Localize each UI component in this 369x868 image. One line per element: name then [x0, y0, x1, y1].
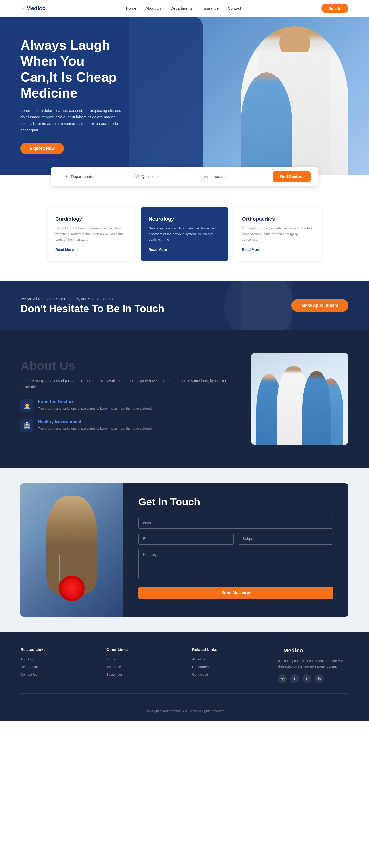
subject-input[interactable] [238, 533, 333, 545]
signin-button[interactable]: Sing In [321, 4, 348, 13]
facebook-icon[interactable]: f [290, 675, 299, 683]
nav-insurance[interactable]: Insurance [202, 6, 219, 10]
feature-title-1: Healthy Environment [38, 419, 153, 424]
departments-section: Cardiology Cardiology is a branch of med… [0, 186, 369, 281]
find-doctors-button[interactable]: Find Doctors [273, 171, 311, 182]
hero-section: Always Laugh When You Can,It Is Cheap Me… [0, 17, 369, 175]
cta-heading: Don't Hesitate To Be In Touch [21, 303, 164, 314]
dept-card-cardiology: Cardiology Cardiology is a branch of med… [48, 207, 135, 261]
footer-logo: ⌂ Medico [278, 647, 348, 654]
copyright-text: Copyright © Muhammad S M Sadik.All right… [144, 709, 225, 713]
dept-card-orthopaedics: Orthopaedics Orthopedic surgery or ortho… [234, 207, 321, 261]
footer-link-1-2[interactable]: Subscriber [106, 673, 122, 677]
email-subject-row [138, 533, 333, 545]
about-image [251, 353, 348, 445]
feature-desc-0: There are many variations of passages of… [38, 406, 153, 411]
about-feature-doctors: 👨‍⚕️ Experted Doctors There are many var… [21, 399, 231, 412]
twitter-icon[interactable]: 𝕏 [303, 675, 311, 683]
dept-desc-1: Neurology is a branch of medicine dealin… [149, 225, 220, 243]
dept-cards: Cardiology Cardiology is a branch of med… [21, 207, 348, 261]
footer-description: It is a long established fact that a rea… [278, 658, 348, 669]
navbar: ⌂ Medico Home About Us Departments Insur… [0, 0, 369, 17]
cta-section: We Are All Ready For Your Requests,Just … [0, 281, 369, 330]
search-bar: ⊞ Departments ⓘ Qualification ◎ speciali… [51, 167, 318, 186]
cta-subtitle: We Are All Ready For Your Requests,Just … [21, 297, 164, 301]
footer-col-heading-0: Related Links [21, 647, 91, 652]
specialists-icon: ◎ [204, 174, 208, 179]
dept-title-1: Neurology [149, 216, 220, 222]
departments-label: Departments [71, 174, 93, 179]
hero-heading: Always Laugh When You Can,It Is Cheap Me… [21, 37, 123, 101]
footer-link-2-1[interactable]: Department [192, 665, 209, 669]
nav-home[interactable]: Home [126, 6, 136, 10]
nav-about[interactable]: About Us [146, 6, 162, 10]
qualification-icon: ⓘ [134, 173, 139, 180]
footer-link-2-2[interactable]: Contact Us [192, 673, 208, 677]
footer-col-1: Other Links Home Insurance Subscriber [106, 647, 177, 683]
doctors-icon: 👨‍⚕️ [21, 399, 33, 412]
dept-card-neurology: Neurology Neurology is a branch of medic… [141, 207, 228, 261]
search-departments[interactable]: ⊞ Departments [58, 174, 128, 179]
contact-image [21, 484, 123, 617]
dept-readmore-1[interactable]: Read More → [149, 248, 220, 252]
footer-link-1-0[interactable]: Home [106, 657, 115, 661]
search-qualification[interactable]: ⓘ Qualification [128, 173, 198, 180]
contact-section: Get In Touch Send Message [0, 468, 369, 632]
about-section: About Us here are many variations of pas… [0, 330, 369, 468]
footer-logo-icon: ⌂ [278, 647, 281, 654]
social-icons: 📷 f 𝕏 in [278, 675, 348, 683]
search-specialists[interactable]: ◎ specialists [198, 174, 267, 179]
footer-link-0-0[interactable]: About us [21, 657, 34, 661]
linkedin-icon[interactable]: in [315, 675, 324, 683]
dept-readmore-0[interactable]: Read More → [55, 248, 127, 252]
nav-contact[interactable]: Contact [228, 6, 241, 10]
about-heading: About Us [21, 359, 231, 373]
send-button[interactable]: Send Message [138, 587, 333, 599]
dept-title-0: Cardiology [55, 216, 127, 222]
footer-link-0-2[interactable]: Contact Us [21, 673, 37, 677]
dept-title-2: Orthopaedics [242, 216, 314, 222]
make-appointment-button[interactable]: Make Appointment [291, 299, 348, 312]
dept-readmore-2[interactable]: Read More → [242, 248, 314, 252]
footer-col-heading-2: Related Links [192, 647, 263, 652]
about-left: About Us here are many variations of pas… [21, 359, 231, 439]
footer-link-0-1[interactable]: Department [21, 665, 38, 669]
footer: Related Links About us Department Contac… [0, 632, 369, 720]
hero-description: Lorem ipsum dolor sit amet, consectetur … [21, 107, 123, 133]
departments-icon: ⊞ [64, 174, 68, 179]
footer-col-2: Related Links About us Department Contac… [192, 647, 263, 683]
environment-icon: 🏥 [21, 419, 33, 432]
cta-text: We Are All Ready For Your Requests,Just … [21, 297, 164, 314]
email-input[interactable] [138, 533, 234, 545]
nav-links: Home About Us Departments Insurance Cont… [126, 6, 241, 11]
footer-brand-col: ⌂ Medico It is a long established fact t… [278, 647, 348, 683]
qualification-label: Qualification [141, 174, 163, 179]
logo-icon: ⌂ [21, 5, 24, 12]
about-description: here are many variations of passages of … [21, 378, 231, 390]
footer-link-1-1[interactable]: Insurance [106, 665, 121, 669]
about-right [251, 353, 348, 445]
explore-button[interactable]: Explore Now [21, 143, 64, 154]
logo-text: Medico [26, 5, 46, 12]
nav-departments[interactable]: Departments [170, 6, 193, 10]
feature-title-0: Experted Doctors [38, 399, 153, 404]
name-input[interactable] [138, 517, 333, 529]
logo: ⌂ Medico [21, 5, 46, 12]
specialists-label: specialists [210, 174, 228, 179]
feature-desc-1: There are many variations of passages of… [38, 426, 153, 431]
hero-content: Always Laugh When You Can,It Is Cheap Me… [0, 17, 143, 175]
instagram-icon[interactable]: 📷 [278, 675, 287, 683]
dept-desc-2: Orthopedic surgery or orthopedics, also … [242, 225, 314, 243]
contact-heading: Get In Touch [138, 496, 333, 508]
footer-bottom: Copyright © Muhammad S M Sadik.All right… [21, 704, 348, 713]
about-feature-environment: 🏥 Healthy Environment There are many var… [21, 419, 231, 432]
footer-top: Related Links About us Department Contac… [21, 647, 348, 694]
footer-col-0: Related Links About us Department Contac… [21, 647, 91, 683]
footer-link-2-0[interactable]: About us [192, 657, 205, 661]
dept-desc-0: Cardiology is a branch of medicine that … [55, 225, 127, 243]
footer-col-heading-1: Other Links [106, 647, 177, 652]
contact-form: Get In Touch Send Message [123, 484, 348, 617]
footer-logo-text: Medico [283, 647, 303, 654]
message-input[interactable] [138, 549, 333, 580]
